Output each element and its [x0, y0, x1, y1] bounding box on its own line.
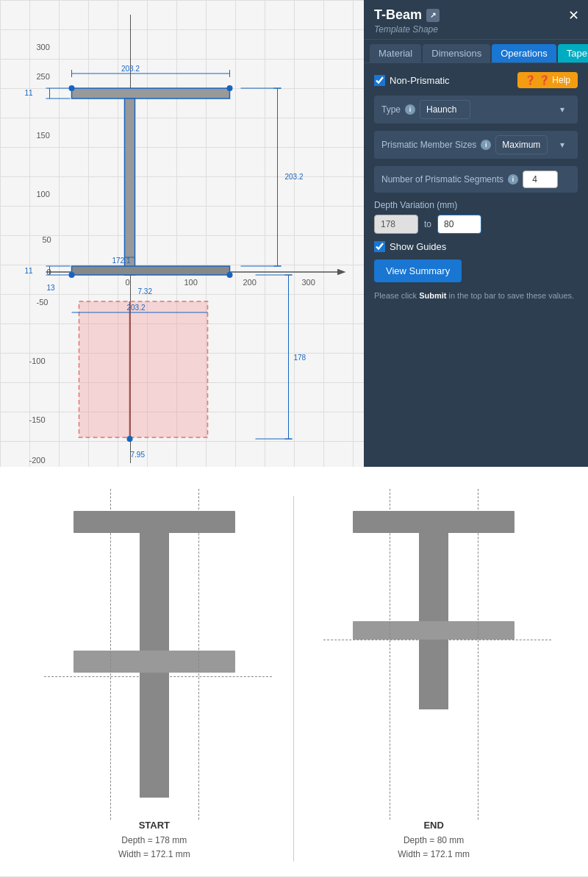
- prismatic-sizes-row: Prismatic Member Sizes i Maximum Minimum…: [374, 131, 578, 159]
- tab-dimensions[interactable]: Dimensions: [423, 44, 490, 62]
- panel-title: T-Beam ↗: [374, 7, 578, 23]
- show-guides-label: Show Guides: [390, 241, 446, 252]
- segments-row: Number of Prismatic Segments i: [374, 166, 578, 193]
- svg-rect-57: [74, 511, 235, 533]
- right-panel: T-Beam ↗ Template Shape ✕ Material Dimen…: [364, 0, 588, 467]
- start-beam-svg: [51, 496, 257, 812]
- close-button[interactable]: ✕: [568, 7, 579, 24]
- svg-text:300: 300: [37, 43, 50, 51]
- end-depth: Depth = 80 mm: [404, 835, 464, 845]
- end-beam-svg: [331, 496, 537, 812]
- svg-text:13: 13: [47, 284, 56, 292]
- svg-rect-19: [79, 301, 208, 437]
- prismatic-select[interactable]: Maximum Minimum Average: [495, 135, 548, 154]
- start-diagram: [51, 496, 257, 812]
- depth-row: to: [374, 215, 578, 234]
- end-h-dash: [323, 640, 551, 640]
- svg-text:0: 0: [126, 278, 130, 287]
- svg-rect-58: [140, 533, 169, 651]
- svg-text:11: 11: [25, 89, 34, 97]
- start-v-dash-left: [110, 489, 111, 820]
- bottom-section: START Depth = 178 mm Width = 172.1 mm: [0, 467, 588, 876]
- title-text: T-Beam: [374, 7, 422, 23]
- tab-bar: Material Dimensions Operations Taper: [364, 40, 588, 63]
- prismatic-select-wrapper: Maximum Minimum Average: [495, 135, 570, 154]
- svg-text:7.95: 7.95: [131, 451, 146, 459]
- beam-views: START Depth = 178 mm Width = 172.1 mm: [0, 482, 588, 876]
- svg-text:50: 50: [43, 235, 51, 244]
- end-width: Width = 172.1 mm: [398, 849, 470, 859]
- show-guides-row: Show Guides: [374, 241, 578, 252]
- show-guides-checkbox[interactable]: [374, 241, 385, 252]
- panel-subtitle: Template Shape: [374, 24, 578, 35]
- depth-from-input[interactable]: [374, 215, 418, 234]
- end-dims: Depth = 80 mm Width = 172.1 mm: [398, 834, 470, 862]
- tab-taper[interactable]: Taper: [558, 44, 588, 62]
- views-divider: [293, 496, 294, 862]
- end-label: END: [423, 820, 443, 831]
- segments-input[interactable]: [523, 171, 558, 188]
- end-beam-view: END Depth = 80 mm Width = 172.1 mm: [309, 496, 559, 862]
- svg-text:203.2: 203.2: [285, 173, 304, 181]
- svg-text:-100: -100: [29, 357, 46, 365]
- depth-variation-label: Depth Variation (mm): [374, 200, 578, 210]
- prismatic-label: Prismatic Member Sizes: [381, 140, 476, 150]
- depth-to-input[interactable]: [437, 215, 481, 234]
- submit-bold: Submit: [419, 291, 446, 300]
- end-v-dash-right: [478, 489, 478, 820]
- svg-text:150: 150: [37, 131, 50, 140]
- svg-text:172.1: 172.1: [112, 257, 131, 265]
- segments-spinner: [523, 171, 558, 188]
- panel-body: Non-Prismatic ❓ ❓ Help Type i Haunch Lin…: [364, 63, 588, 309]
- view-summary-button[interactable]: View Summary: [374, 259, 462, 282]
- submit-note: Please click Submit in the top bar to sa…: [374, 291, 578, 300]
- svg-text:300: 300: [302, 278, 315, 287]
- svg-text:200: 200: [243, 278, 257, 287]
- svg-text:203.2: 203.2: [127, 304, 146, 312]
- start-beam-view: START Depth = 178 mm Width = 172.1 mm: [29, 496, 279, 862]
- svg-rect-16: [72, 88, 230, 99]
- svg-point-55: [227, 272, 233, 278]
- svg-point-52: [69, 85, 75, 91]
- svg-rect-61: [353, 511, 514, 533]
- svg-text:100: 100: [37, 190, 50, 198]
- svg-text:100: 100: [184, 278, 198, 287]
- svg-rect-60: [140, 673, 169, 798]
- expand-icon[interactable]: ↗: [426, 9, 440, 22]
- tab-material[interactable]: Material: [370, 44, 421, 62]
- start-width: Width = 172.1 mm: [118, 849, 190, 859]
- panel-header: T-Beam ↗ Template Shape ✕: [364, 0, 588, 40]
- type-select[interactable]: Haunch Linear Parabolic: [420, 100, 470, 119]
- prismatic-info-icon: i: [481, 140, 491, 150]
- svg-point-56: [127, 436, 133, 442]
- help-button[interactable]: ❓ ❓ Help: [517, 72, 578, 88]
- svg-text:-50: -50: [37, 298, 49, 307]
- start-label: START: [139, 820, 170, 831]
- non-prismatic-row: Non-Prismatic ❓ ❓ Help: [374, 72, 578, 88]
- non-prismatic-label[interactable]: Non-Prismatic: [374, 75, 450, 86]
- svg-text:-150: -150: [29, 415, 46, 424]
- segments-info-icon: i: [508, 174, 518, 185]
- svg-text:203.2: 203.2: [121, 65, 140, 73]
- start-h-dash: [44, 676, 272, 677]
- depth-variation-section: Depth Variation (mm) to: [374, 200, 578, 234]
- cad-viewport: 300 250 150 100 50 0 -50 -100 -150 -200 …: [0, 0, 364, 467]
- cad-svg: 300 250 150 100 50 0 -50 -100 -150 -200 …: [0, 0, 364, 467]
- svg-rect-59: [74, 651, 235, 673]
- svg-text:-200: -200: [29, 456, 46, 465]
- svg-rect-62: [419, 533, 448, 621]
- svg-text:250: 250: [37, 72, 50, 81]
- type-label: Type: [381, 104, 401, 115]
- start-v-dash-right: [198, 489, 199, 820]
- tab-operations[interactable]: Operations: [492, 44, 556, 62]
- svg-rect-18: [72, 266, 230, 275]
- end-diagram: [331, 496, 537, 812]
- type-select-wrapper: Haunch Linear Parabolic: [420, 100, 570, 119]
- non-prismatic-checkbox[interactable]: [374, 75, 385, 86]
- start-depth: Depth = 178 mm: [121, 835, 187, 845]
- svg-rect-63: [353, 621, 514, 640]
- end-v-dash-left: [390, 489, 390, 820]
- segments-label: Number of Prismatic Segments: [381, 174, 503, 185]
- svg-text:178: 178: [294, 354, 306, 362]
- type-info-icon: i: [405, 104, 415, 115]
